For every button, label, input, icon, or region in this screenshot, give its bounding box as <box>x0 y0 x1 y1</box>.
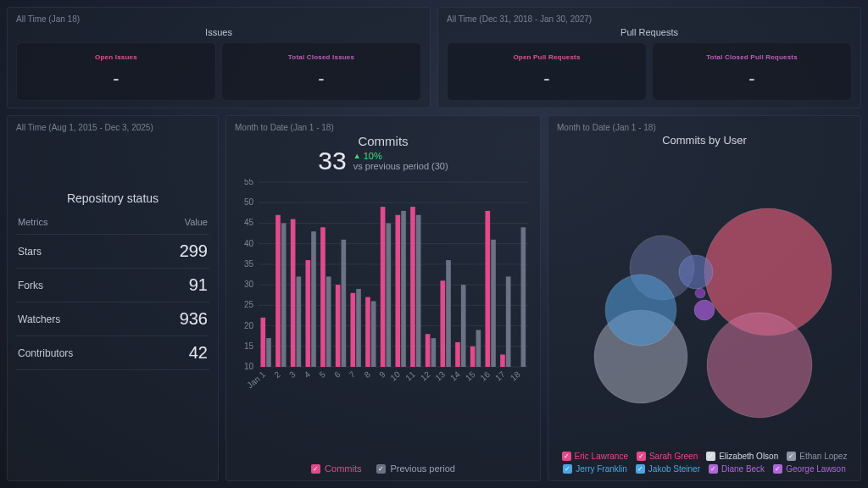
svg-text:20: 20 <box>244 321 254 330</box>
svg-rect-60 <box>461 285 466 367</box>
closed-issues-value: - <box>318 68 324 90</box>
issues-title: Issues <box>16 27 421 37</box>
metric-value: 936 <box>142 302 209 336</box>
svg-rect-29 <box>305 260 310 367</box>
col-value: Value <box>142 210 209 235</box>
svg-point-78 <box>679 255 713 289</box>
metric-name: Stars <box>16 235 142 269</box>
svg-rect-24 <box>281 223 287 367</box>
repo-title: Repository status <box>16 191 209 205</box>
svg-rect-66 <box>491 240 496 367</box>
user-legend-item[interactable]: Jakob Steiner <box>636 464 700 474</box>
svg-text:4: 4 <box>303 369 313 380</box>
prs-title: Pull Requests <box>447 27 852 37</box>
svg-text:50: 50 <box>244 197 254 207</box>
svg-rect-23 <box>275 215 281 367</box>
svg-rect-44 <box>381 207 386 367</box>
svg-rect-38 <box>350 293 355 367</box>
svg-text:45: 45 <box>244 218 254 227</box>
svg-rect-63 <box>476 330 481 367</box>
svg-rect-21 <box>266 338 271 367</box>
user-legend-item[interactable]: Sarah Green <box>637 452 698 461</box>
open-issues-label: Open Issues <box>95 53 137 61</box>
svg-text:11: 11 <box>403 369 417 383</box>
svg-text:35: 35 <box>244 259 254 269</box>
issues-time: All Time (Jan 18) <box>16 14 421 24</box>
open-prs-value: - <box>543 68 549 90</box>
svg-rect-56 <box>440 280 445 367</box>
svg-rect-39 <box>356 289 361 367</box>
user-legend-item[interactable]: Diane Beck <box>709 464 765 474</box>
svg-text:6: 6 <box>332 369 342 380</box>
svg-rect-35 <box>336 285 341 367</box>
svg-point-79 <box>694 300 715 320</box>
metric-name: Forks <box>16 269 142 302</box>
metric-name: Contributors <box>16 336 142 370</box>
svg-text:40: 40 <box>244 239 254 248</box>
svg-rect-45 <box>387 223 392 367</box>
svg-text:25: 25 <box>244 300 254 309</box>
svg-rect-48 <box>401 211 406 367</box>
svg-rect-32 <box>320 227 326 367</box>
closed-prs-card: Total Closed Pull Requests - <box>652 42 852 101</box>
issues-panel: All Time (Jan 18) Issues Open Issues - T… <box>7 7 431 108</box>
svg-rect-59 <box>455 342 460 367</box>
svg-rect-20 <box>260 318 265 367</box>
svg-rect-54 <box>431 338 437 367</box>
svg-text:15: 15 <box>464 369 477 383</box>
svg-point-77 <box>605 274 676 346</box>
open-prs-card: Open Pull Requests - <box>447 42 647 101</box>
open-prs-label: Open Pull Requests <box>513 53 580 61</box>
svg-rect-26 <box>291 219 296 367</box>
svg-text:Jan 1: Jan 1 <box>245 369 267 390</box>
closed-issues-label: Total Closed Issues <box>288 53 354 61</box>
svg-rect-57 <box>446 260 451 367</box>
svg-rect-42 <box>371 301 376 367</box>
svg-text:30: 30 <box>244 280 254 289</box>
svg-text:13: 13 <box>434 369 448 383</box>
svg-rect-71 <box>521 227 526 367</box>
user-legend-item[interactable]: Eric Lawrance <box>562 452 628 461</box>
user-legend-item[interactable]: Jerry Franklin <box>563 464 627 474</box>
legend-previous[interactable]: Previous period <box>376 463 454 474</box>
repo-time: All Time (Aug 1, 2015 - Dec 3, 2025) <box>16 123 209 132</box>
users-title: Commits by User <box>557 134 852 147</box>
svg-text:14: 14 <box>448 369 462 383</box>
closed-prs-label: Total Closed Pull Requests <box>706 53 798 61</box>
svg-rect-47 <box>395 215 400 367</box>
svg-rect-33 <box>326 276 331 367</box>
svg-rect-41 <box>365 297 370 367</box>
legend-commits[interactable]: Commits <box>311 463 361 474</box>
svg-text:8: 8 <box>362 369 372 380</box>
commits-by-user-panel: Month to Date (Jan 1 - 18) Commits by Us… <box>548 115 861 481</box>
closed-issues-card: Total Closed Issues - <box>221 42 421 101</box>
user-legend-item[interactable]: George Lawson <box>773 464 846 474</box>
user-legend-item[interactable]: Ethan Lopez <box>787 452 847 461</box>
svg-rect-50 <box>410 207 415 367</box>
table-row: Stars299 <box>16 235 209 269</box>
svg-rect-51 <box>416 215 421 367</box>
svg-text:16: 16 <box>479 369 492 383</box>
commits-panel: Month to Date (Jan 1 - 18) Commits 33 10… <box>225 115 541 481</box>
repo-table: Metrics Value Stars299Forks91Watchers936… <box>16 210 209 370</box>
svg-text:3: 3 <box>287 369 298 380</box>
svg-rect-36 <box>342 240 347 367</box>
metric-value: 299 <box>142 235 209 269</box>
svg-text:18: 18 <box>509 369 522 383</box>
table-row: Contributors42 <box>16 336 209 370</box>
metric-name: Watchers <box>16 302 142 336</box>
svg-text:9: 9 <box>377 369 387 380</box>
svg-rect-53 <box>426 334 431 367</box>
commits-prev-text: vs previous period (30) <box>353 161 448 171</box>
table-row: Forks91 <box>16 269 209 302</box>
svg-text:5: 5 <box>317 369 327 380</box>
commits-delta: 10% <box>353 151 448 161</box>
col-metrics: Metrics <box>16 210 142 235</box>
svg-text:12: 12 <box>419 369 432 383</box>
user-legend-item[interactable]: Elizabeth Olson <box>706 452 778 461</box>
svg-rect-69 <box>506 276 511 367</box>
commits-bar-chart: 10152025303540455055Jan 1234567891011121… <box>235 179 531 391</box>
svg-text:2: 2 <box>272 369 282 380</box>
svg-text:10: 10 <box>244 362 254 371</box>
svg-point-74 <box>707 313 812 418</box>
